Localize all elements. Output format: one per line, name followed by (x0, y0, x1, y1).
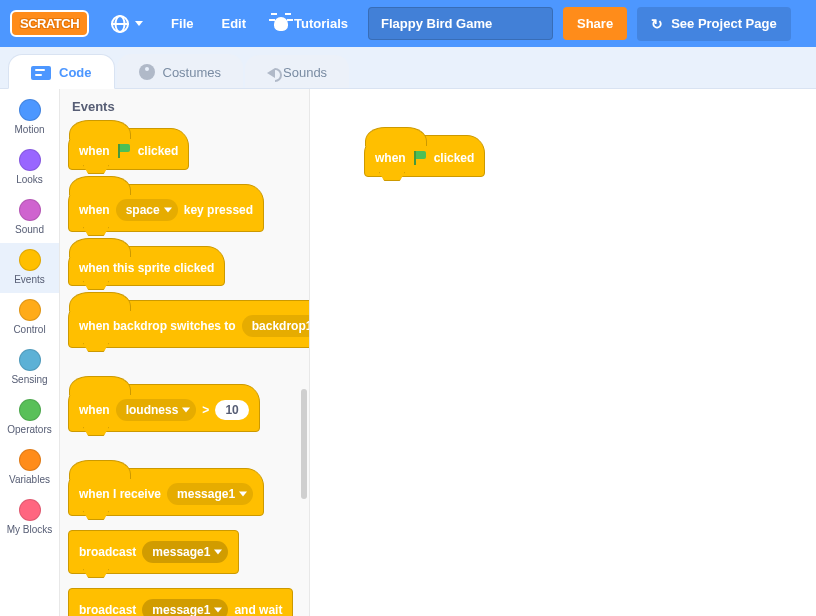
block-when-loudness[interactable]: when loudness > 10 (68, 384, 260, 432)
looks-dot-icon (19, 149, 41, 171)
block-text: when this sprite clicked (79, 261, 214, 275)
category-motion[interactable]: Motion (0, 93, 59, 143)
block-text: > (202, 403, 209, 417)
loudness-dropdown[interactable]: loudness (116, 399, 197, 421)
palette-scrollbar[interactable] (301, 389, 307, 499)
workspace: Motion Looks Sound Events Control Sensin… (0, 89, 816, 616)
block-broadcast-wait[interactable]: broadcast message1 and wait (68, 588, 293, 616)
palette-title: Events (72, 99, 301, 114)
block-text: and wait (234, 603, 282, 616)
language-menu[interactable] (97, 0, 157, 47)
category-column: Motion Looks Sound Events Control Sensin… (0, 89, 60, 616)
operators-dot-icon (19, 399, 41, 421)
category-control-label: Control (13, 324, 45, 335)
category-variables[interactable]: Variables (0, 443, 59, 493)
events-dot-icon (19, 249, 41, 271)
remix-icon: ↻ (651, 16, 663, 32)
tab-code[interactable]: Code (8, 54, 115, 89)
control-dot-icon (19, 299, 41, 321)
tab-costumes[interactable]: Costumes (117, 54, 244, 88)
share-button[interactable]: Share (563, 7, 627, 40)
block-text: key pressed (184, 203, 253, 217)
menubar: SCRATCH File Edit Tutorials Share ↻ See … (0, 0, 816, 47)
block-text: when backdrop switches to (79, 319, 236, 333)
globe-icon (111, 15, 129, 33)
green-flag-icon (116, 143, 132, 159)
message-dropdown[interactable]: message1 (142, 599, 228, 616)
category-motion-label: Motion (14, 124, 44, 135)
script-canvas[interactable]: when clicked (310, 89, 816, 616)
tab-code-label: Code (59, 65, 92, 80)
block-when-flag-clicked[interactable]: when clicked (68, 128, 189, 170)
see-project-page-button[interactable]: ↻ See Project Page (637, 7, 791, 41)
costume-icon (139, 64, 155, 80)
variables-dot-icon (19, 449, 41, 471)
tab-costumes-label: Costumes (163, 65, 222, 80)
chevron-down-icon (135, 21, 143, 26)
category-variables-label: Variables (9, 474, 50, 485)
message-dropdown[interactable]: message1 (142, 541, 228, 563)
category-events[interactable]: Events (0, 243, 59, 293)
category-looks-label: Looks (16, 174, 43, 185)
category-events-label: Events (14, 274, 45, 285)
category-myblocks[interactable]: My Blocks (0, 493, 59, 543)
category-sensing-label: Sensing (11, 374, 47, 385)
sound-icon (267, 68, 275, 78)
key-dropdown[interactable]: space (116, 199, 178, 221)
loudness-value-input[interactable]: 10 (215, 400, 248, 420)
tab-sounds-label: Sounds (283, 65, 327, 80)
block-text: when (79, 144, 110, 158)
block-when-receive[interactable]: when I receive message1 (68, 468, 264, 516)
green-flag-icon (412, 150, 428, 166)
block-palette: Events when clicked when space key press… (60, 89, 310, 616)
bulb-icon (274, 17, 288, 31)
category-sound-label: Sound (15, 224, 44, 235)
block-text: clicked (434, 151, 475, 165)
category-sensing[interactable]: Sensing (0, 343, 59, 393)
block-text: clicked (138, 144, 179, 158)
block-text: when (79, 403, 110, 417)
block-text: when I receive (79, 487, 161, 501)
block-when-key-pressed[interactable]: when space key pressed (68, 184, 264, 232)
category-operators[interactable]: Operators (0, 393, 59, 443)
canvas-block-when-flag-clicked[interactable]: when clicked (364, 135, 485, 177)
block-text: broadcast (79, 603, 136, 616)
block-when-sprite-clicked[interactable]: when this sprite clicked (68, 246, 225, 286)
project-title-input[interactable] (368, 7, 553, 40)
message-dropdown[interactable]: message1 (167, 483, 253, 505)
category-sound[interactable]: Sound (0, 193, 59, 243)
block-text: when (375, 151, 406, 165)
block-when-backdrop-switches[interactable]: when backdrop switches to backdrop1 (68, 300, 310, 348)
block-broadcast[interactable]: broadcast message1 (68, 530, 239, 574)
motion-dot-icon (19, 99, 41, 121)
sensing-dot-icon (19, 349, 41, 371)
tutorials-label: Tutorials (294, 16, 348, 31)
scratch-logo[interactable]: SCRATCH (10, 10, 89, 37)
tab-sounds[interactable]: Sounds (245, 55, 349, 88)
code-icon (31, 66, 51, 80)
category-looks[interactable]: Looks (0, 143, 59, 193)
tabbar: Code Costumes Sounds (0, 47, 816, 89)
category-operators-label: Operators (7, 424, 51, 435)
category-myblocks-label: My Blocks (7, 524, 53, 535)
tutorials-link[interactable]: Tutorials (260, 0, 362, 47)
see-project-page-label: See Project Page (671, 16, 777, 31)
category-control[interactable]: Control (0, 293, 59, 343)
myblocks-dot-icon (19, 499, 41, 521)
block-text: broadcast (79, 545, 136, 559)
edit-menu[interactable]: Edit (208, 0, 261, 47)
file-menu[interactable]: File (157, 0, 207, 47)
backdrop-dropdown[interactable]: backdrop1 (242, 315, 310, 337)
block-text: when (79, 203, 110, 217)
sound-dot-icon (19, 199, 41, 221)
